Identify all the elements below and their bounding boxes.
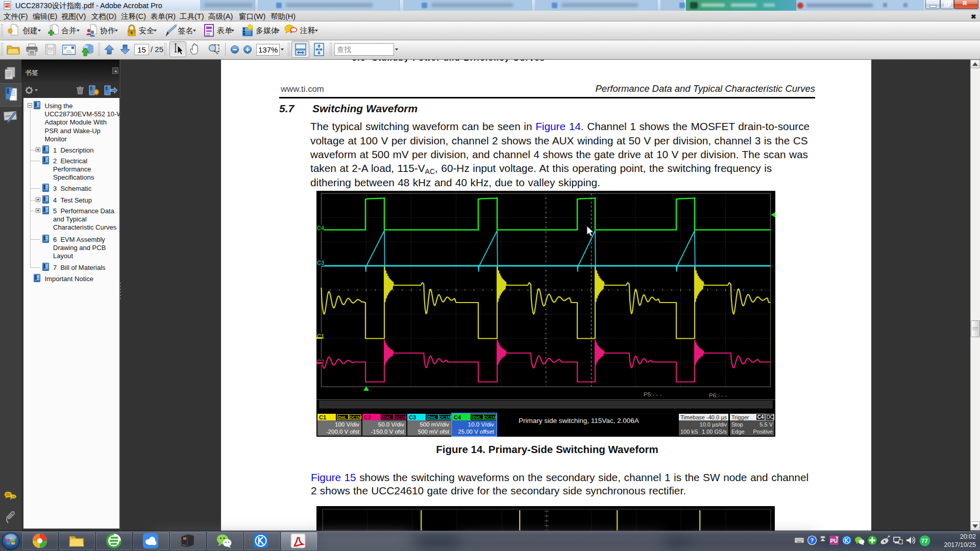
svg-text:PD: PD [5, 4, 10, 7]
svg-text:DC1M: DC1M [484, 415, 497, 420]
svg-text:C4: C4 [317, 225, 324, 231]
svg-text:DC1M: DC1M [350, 415, 362, 420]
svg-text:DC: DC [767, 414, 774, 420]
svg-text:BwL: BwL [338, 415, 347, 420]
svg-text:C3: C3 [317, 260, 324, 266]
svg-text:BwL: BwL [383, 415, 391, 420]
svg-text:Trigger: Trigger [731, 414, 749, 420]
svg-text:C4: C4 [454, 414, 461, 420]
svg-text:100 V/div: 100 V/div [335, 421, 359, 428]
svg-text:500 mV/div: 500 mV/div [420, 421, 449, 428]
svg-text:?: ? [811, 537, 814, 543]
svg-text:25.00 V offset: 25.00 V offset [458, 429, 495, 435]
svg-text:10.0 V/div: 10.0 V/div [468, 421, 494, 428]
svg-text:P6:- - -: P6:- - - [709, 392, 727, 398]
svg-text:50.0 V/div: 50.0 V/div [378, 421, 404, 428]
svg-text:5.5 V: 5.5 V [760, 421, 773, 428]
svg-text:BwL: BwL [473, 415, 481, 420]
svg-text:500 mV ofst: 500 mV ofst [418, 429, 450, 435]
svg-text:77: 77 [921, 538, 928, 544]
svg-text:DC1M: DC1M [395, 415, 407, 420]
svg-text:DC1M: DC1M [439, 415, 452, 420]
svg-text:C4: C4 [757, 414, 764, 420]
svg-text:-200.0 V ofst: -200.0 V ofst [326, 429, 360, 435]
svg-text:Timebase: Timebase [680, 414, 705, 420]
svg-text:-150.0 V ofst: -150.0 V ofst [371, 429, 405, 435]
svg-text:Stop: Stop [731, 421, 743, 428]
svg-text:Positive: Positive [753, 429, 773, 435]
svg-text:1.00 GS/s: 1.00 GS/s [702, 429, 727, 435]
svg-text:BwL: BwL [428, 415, 436, 420]
svg-text:C1: C1 [319, 414, 326, 420]
svg-text:P5:- - -: P5:- - - [644, 391, 662, 397]
svg-text:C3: C3 [409, 414, 416, 420]
svg-text:Primary side switching, 115Vac: Primary side switching, 115Vac, 2.006A [519, 417, 639, 424]
svg-text:C2: C2 [364, 414, 371, 420]
svg-text:PU: PU [830, 538, 838, 544]
svg-text:Edge: Edge [731, 429, 745, 435]
svg-text:10.0 µs/div: 10.0 µs/div [700, 421, 727, 428]
svg-text:100 kS: 100 kS [680, 429, 698, 435]
svg-text:-40.0 µs: -40.0 µs [706, 414, 727, 420]
